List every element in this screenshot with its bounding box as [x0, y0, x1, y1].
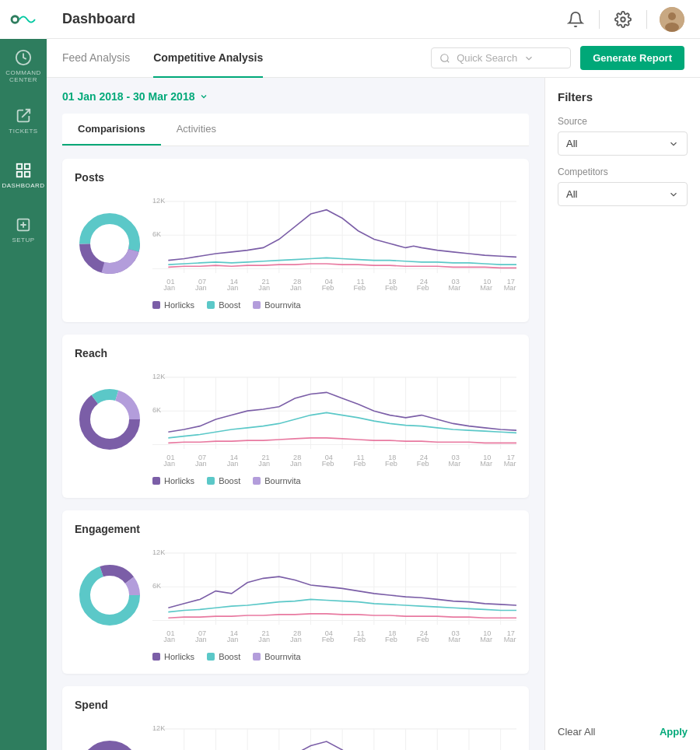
svg-text:Jan: Jan — [290, 634, 302, 643]
svg-text:Mar: Mar — [480, 282, 492, 291]
svg-point-17 — [93, 227, 126, 260]
svg-text:Feb: Feb — [322, 282, 334, 291]
date-range-display: 01 Jan 2018 - 30 Mar 2018 — [62, 90, 194, 103]
legend-engagement: Horlicks Boost Bournvita — [75, 652, 516, 661]
search-box[interactable]: Quick Search — [431, 47, 571, 68]
topbar: Dashboard — [47, 0, 700, 39]
svg-text:Feb: Feb — [385, 634, 397, 643]
legend-item-horlicks: Horlicks — [152, 476, 194, 485]
filters-panel: Filters Source All Competitors All Clear… — [544, 78, 700, 750]
svg-text:Feb: Feb — [353, 634, 366, 643]
search-placeholder: Quick Search — [457, 52, 517, 64]
chart-card-posts: Posts — [62, 159, 529, 322]
competitors-dropdown-icon — [668, 189, 679, 200]
competitors-filter-label: Competitors — [558, 166, 688, 177]
chart-row-spend: 12K 6K — [75, 720, 516, 750]
chart-row-engagement: 12K 6K — [75, 545, 516, 646]
svg-point-13 — [441, 54, 448, 61]
donut-posts — [75, 209, 145, 279]
nav-tabs: Feed Analysis Competitive Analysis Quick… — [47, 39, 700, 78]
source-filter-dropdown[interactable]: All — [558, 131, 688, 156]
competitors-filter-dropdown[interactable]: All — [558, 182, 688, 206]
svg-text:12K: 12K — [152, 548, 166, 556]
filter-actions: Clear All Apply — [558, 713, 688, 738]
svg-text:Feb: Feb — [385, 282, 397, 291]
apply-button[interactable]: Apply — [660, 726, 688, 738]
svg-text:Jan: Jan — [258, 458, 270, 467]
svg-text:Mar: Mar — [449, 282, 461, 291]
chart-title-spend: Spend — [75, 699, 516, 711]
divider — [646, 10, 647, 29]
sidebar-item-dashboard[interactable]: DASHBOARD — [0, 148, 47, 202]
sidebar-item-setup[interactable]: SETUP — [0, 202, 47, 257]
sub-tab-activities[interactable]: Activities — [161, 114, 232, 145]
donut-spend — [75, 736, 145, 750]
svg-text:6K: 6K — [152, 230, 162, 238]
chart-title-reach: Reach — [75, 347, 516, 359]
legend-item-horlicks: Horlicks — [152, 300, 194, 310]
sidebar-item-command-center[interactable]: COMMAND CENTER — [0, 39, 47, 93]
svg-text:Jan: Jan — [163, 458, 175, 467]
svg-text:12K: 12K — [152, 196, 166, 205]
chart-row-posts: 12K 6K — [75, 193, 516, 294]
chart-card-engagement: Engagement — [62, 510, 529, 674]
date-range-picker[interactable]: 01 Jan 2018 - 30 Mar 2018 — [62, 90, 529, 103]
left-panel: 01 Jan 2018 - 30 Mar 2018 Comparisions A… — [47, 78, 544, 750]
notification-icon[interactable] — [565, 9, 586, 30]
svg-text:Jan: Jan — [290, 282, 302, 291]
legend-posts: Horlicks Boost Bournvita — [75, 300, 516, 310]
svg-text:Feb: Feb — [417, 634, 429, 643]
svg-text:Feb: Feb — [322, 634, 334, 643]
legend-item-bournvita: Bournvita — [253, 652, 300, 661]
svg-text:Feb: Feb — [322, 458, 334, 467]
legend-item-horlicks: Horlicks — [152, 652, 194, 661]
sub-tab-comparisons[interactable]: Comparisions — [62, 114, 161, 145]
svg-text:Jan: Jan — [195, 282, 207, 291]
topbar-icons — [565, 7, 684, 32]
avatar[interactable] — [660, 7, 684, 32]
sidebar-item-tickets[interactable]: TICKETS — [0, 93, 47, 148]
svg-text:Jan: Jan — [195, 634, 207, 643]
sidebar-item-label: TICKETS — [9, 128, 37, 135]
svg-text:Mar: Mar — [504, 458, 516, 467]
nav-search-area: Quick Search Generate Report — [431, 46, 684, 70]
svg-text:6K: 6K — [152, 405, 162, 414]
svg-text:Mar: Mar — [480, 634, 492, 643]
sidebar: auris COMMAND CENTER TICKETS DASHBOARD S… — [0, 0, 47, 750]
svg-text:12K: 12K — [152, 372, 166, 380]
svg-text:Mar: Mar — [480, 458, 492, 467]
svg-point-9 — [621, 17, 625, 22]
svg-text:Jan: Jan — [258, 282, 270, 291]
line-chart-reach: 12K 6K — [152, 369, 516, 470]
svg-text:Feb: Feb — [385, 458, 397, 467]
sidebar-item-label: DASHBOARD — [2, 182, 44, 189]
svg-point-12 — [665, 23, 679, 32]
sub-tabs: Comparisions Activities — [62, 114, 529, 146]
svg-text:Feb: Feb — [417, 458, 429, 467]
svg-point-61 — [93, 403, 126, 436]
legend-item-boost: Boost — [207, 476, 240, 485]
line-chart-engagement: 12K 6K — [152, 545, 516, 646]
clear-all-button[interactable]: Clear All — [558, 726, 595, 738]
logo: auris — [0, 0, 47, 39]
svg-text:Mar: Mar — [449, 458, 461, 467]
search-icon — [439, 53, 450, 64]
svg-text:Jan: Jan — [227, 282, 239, 291]
svg-text:Mar: Mar — [504, 634, 516, 643]
legend-item-boost: Boost — [207, 652, 240, 661]
tab-competitive-analysis[interactable]: Competitive Analysis — [153, 39, 263, 78]
line-chart-spend: 12K 6K — [152, 720, 516, 750]
line-chart-posts: 12K 6K — [152, 193, 516, 294]
settings-icon[interactable] — [612, 9, 634, 30]
legend-item-boost: Boost — [207, 300, 240, 310]
filters-title: Filters — [558, 90, 688, 103]
tab-feed-analysis[interactable]: Feed Analysis — [62, 39, 130, 78]
generate-report-button[interactable]: Generate Report — [580, 46, 684, 70]
svg-text:Mar: Mar — [504, 282, 516, 291]
svg-text:Jan: Jan — [290, 458, 302, 467]
page-title: Dashboard — [62, 11, 552, 27]
legend-reach: Horlicks Boost Bournvita — [75, 476, 516, 485]
sidebar-item-label: SETUP — [12, 237, 34, 244]
svg-text:6K: 6K — [152, 581, 162, 590]
svg-text:Jan: Jan — [258, 634, 270, 643]
